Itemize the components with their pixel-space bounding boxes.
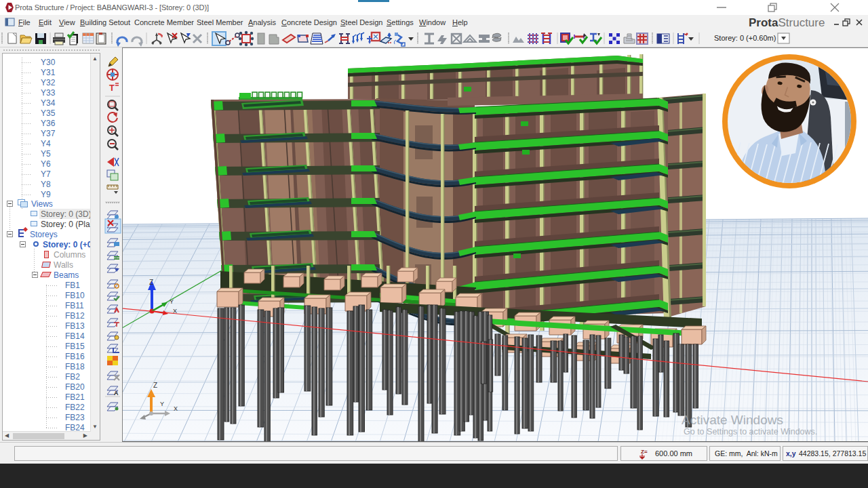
- svg-text:Z: Z: [149, 279, 153, 286]
- svg-text:Y: Y: [160, 401, 164, 407]
- svg-text:A: A: [114, 390, 119, 396]
- svg-text:Z=: Z=: [641, 449, 648, 455]
- svg-text:X: X: [174, 405, 178, 412]
- svg-text:X: X: [173, 308, 177, 314]
- svg-text:Y: Y: [170, 298, 174, 305]
- svg-text:Z: Z: [153, 382, 157, 389]
- svg-text:T: T: [109, 83, 115, 93]
- svg-text:Activate Windows: Activate Windows: [682, 413, 783, 427]
- svg-text:Go to Settings to activate Win: Go to Settings to activate Windows.: [684, 427, 817, 436]
